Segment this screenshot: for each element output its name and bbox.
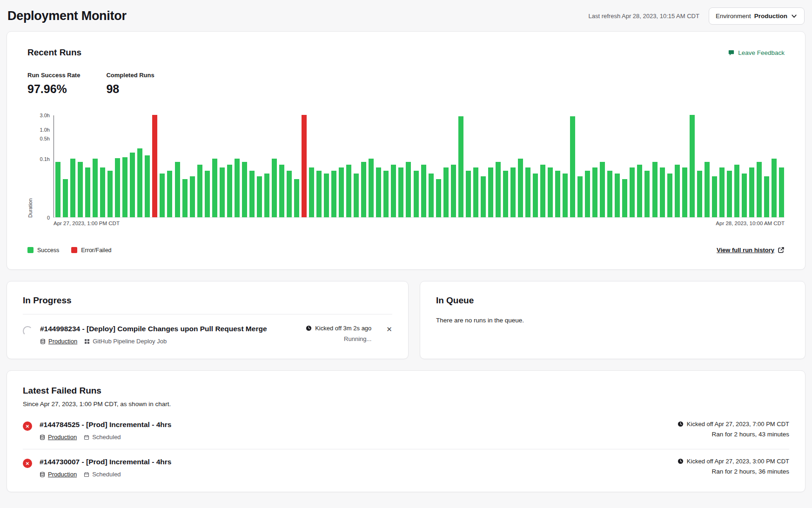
run-bar-success[interactable] — [55, 162, 60, 217]
run-bar-success[interactable] — [175, 162, 180, 217]
run-bar-error[interactable] — [302, 115, 307, 217]
run-bar-success[interactable] — [122, 157, 128, 217]
run-bar-success[interactable] — [570, 116, 575, 217]
run-bar-success[interactable] — [376, 167, 381, 217]
run-bar-success[interactable] — [757, 162, 762, 217]
run-bar-success[interactable] — [488, 167, 493, 217]
run-bar-success[interactable] — [644, 171, 650, 218]
run-bar-success[interactable] — [354, 174, 359, 217]
run-bar-success[interactable] — [257, 176, 262, 217]
environment-dropdown[interactable]: Environment Production — [709, 7, 805, 25]
run-bar-success[interactable] — [712, 176, 717, 217]
run-bar-success[interactable] — [563, 174, 568, 217]
run-bar-success[interactable] — [279, 165, 284, 217]
run-bar-success[interactable] — [496, 162, 501, 217]
run-bar-success[interactable] — [339, 167, 344, 217]
run-bar-success[interactable] — [287, 171, 292, 218]
run-bar-success[interactable] — [264, 174, 269, 217]
run-bar-success[interactable] — [182, 179, 188, 217]
run-bar-success[interactable] — [630, 167, 635, 217]
run-bar-success[interactable] — [749, 167, 754, 217]
run-bar-success[interactable] — [227, 165, 232, 217]
run-bar-success[interactable] — [429, 174, 434, 217]
run-bar-success[interactable] — [63, 179, 68, 217]
run-bar-success[interactable] — [719, 167, 725, 217]
run-bar-success[interactable] — [667, 174, 672, 217]
run-bar-success[interactable] — [309, 167, 314, 217]
run-bar-success[interactable] — [548, 167, 553, 217]
run-bar-success[interactable] — [78, 162, 83, 217]
run-bar-success[interactable] — [727, 171, 732, 218]
run-bar-success[interactable] — [510, 167, 516, 217]
run-bar-success[interactable] — [652, 162, 658, 217]
run-bar-success[interactable] — [324, 174, 329, 217]
run-bar-success[interactable] — [249, 171, 255, 218]
run-bar-success[interactable] — [600, 162, 605, 217]
run-bar-success[interactable] — [503, 171, 508, 218]
run-bar-success[interactable] — [242, 162, 247, 217]
run-bar-success[interactable] — [473, 167, 478, 217]
run-bar-success[interactable] — [137, 148, 142, 217]
run-bar-success[interactable] — [742, 174, 747, 217]
run-bar-success[interactable] — [705, 162, 710, 217]
run-bar-success[interactable] — [205, 171, 210, 218]
run-bar-success[interactable] — [145, 155, 150, 217]
run-bar-success[interactable] — [369, 159, 374, 217]
run-bar-success[interactable] — [272, 159, 277, 217]
run-bar-success[interactable] — [451, 165, 456, 217]
run-bar-success[interactable] — [100, 167, 105, 217]
run-bar-success[interactable] — [525, 167, 530, 217]
run-bar-success[interactable] — [764, 176, 769, 217]
run-bar-success[interactable] — [772, 159, 777, 217]
run-bar-success[interactable] — [555, 171, 560, 218]
run-bar-success[interactable] — [518, 159, 523, 217]
run-bar-success[interactable] — [220, 167, 225, 217]
run-bar-success[interactable] — [690, 115, 695, 217]
run-bar-success[interactable] — [443, 167, 449, 217]
run-bar-success[interactable] — [458, 116, 463, 217]
run-bar-success[interactable] — [637, 165, 642, 217]
run-bar-success[interactable] — [167, 171, 172, 218]
run-bar-success[interactable] — [197, 165, 202, 217]
close-icon[interactable]: ✕ — [386, 326, 392, 333]
run-bar-error[interactable] — [152, 115, 157, 217]
run-bar-success[interactable] — [577, 176, 583, 217]
run-bar-success[interactable] — [383, 171, 389, 218]
run-bar-success[interactable] — [622, 179, 627, 217]
leave-feedback-button[interactable]: Leave Feedback — [728, 49, 785, 56]
run-bar-success[interactable] — [107, 171, 113, 218]
run-bar-success[interactable] — [130, 153, 135, 217]
run-bar-success[interactable] — [391, 165, 396, 217]
run-bar-success[interactable] — [592, 167, 597, 217]
environment-link[interactable]: Production — [48, 471, 77, 478]
run-bar-success[interactable] — [436, 179, 441, 217]
run-bar-success[interactable] — [212, 159, 217, 217]
environment-link[interactable]: Production — [48, 338, 77, 345]
run-bar-success[interactable] — [615, 174, 620, 217]
run-bar-success[interactable] — [235, 159, 240, 217]
run-bar-success[interactable] — [70, 159, 75, 217]
run-bar-success[interactable] — [406, 162, 411, 217]
run-bar-success[interactable] — [398, 167, 403, 217]
run-bar-success[interactable] — [316, 171, 322, 218]
run-bar-success[interactable] — [160, 174, 165, 217]
run-bar-success[interactable] — [115, 158, 120, 217]
run-bar-success[interactable] — [346, 165, 351, 217]
run-bar-success[interactable] — [93, 159, 98, 217]
run-bar-success[interactable] — [540, 165, 545, 217]
run-bar-success[interactable] — [85, 167, 90, 217]
run-bar-success[interactable] — [331, 171, 336, 218]
run-bar-success[interactable] — [585, 171, 590, 218]
run-bar-success[interactable] — [675, 165, 680, 217]
run-bar-success[interactable] — [421, 165, 426, 217]
environment-link[interactable]: Production — [48, 434, 77, 441]
run-bar-success[interactable] — [660, 167, 665, 217]
run-bar-success[interactable] — [481, 176, 486, 217]
run-bar-success[interactable] — [779, 167, 784, 217]
run-bar-success[interactable] — [734, 165, 739, 217]
run-bar-success[interactable] — [361, 162, 366, 217]
run-bar-success[interactable] — [294, 179, 299, 217]
run-bar-success[interactable] — [190, 176, 195, 217]
run-bar-success[interactable] — [607, 171, 612, 218]
run-bar-success[interactable] — [697, 171, 702, 218]
